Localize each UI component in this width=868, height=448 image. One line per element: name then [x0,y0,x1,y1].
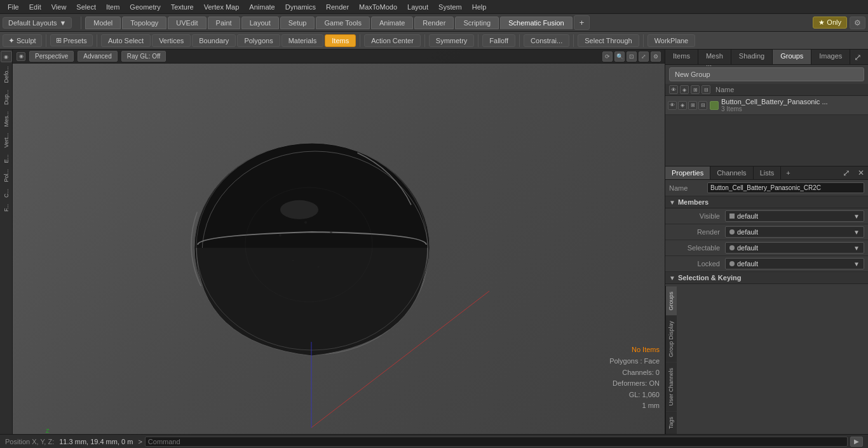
symmetry-button[interactable]: Symmetry [429,34,475,47]
props-plus-button[interactable]: + [781,166,795,179]
vertices-button[interactable]: Vertices [152,34,191,47]
tab-topology[interactable]: Topology [122,17,166,29]
command-input[interactable] [145,437,848,447]
action-center-button[interactable]: Action Center [364,34,421,47]
props-expand-button[interactable]: ⤢ [839,168,854,178]
fx-label[interactable]: F... [3,201,10,214]
menu-file[interactable]: File [3,2,24,12]
settings-button[interactable]: ⚙ [850,17,865,29]
menu-system[interactable]: System [433,2,467,12]
vp-icon-zoom[interactable]: 🔍 [614,51,625,62]
item-eye-icon[interactable]: 👁 [668,101,677,110]
menu-edit[interactable]: Edit [24,2,46,12]
advanced-button[interactable]: Advanced [78,51,117,62]
menu-layout[interactable]: Layout [402,2,433,12]
menu-dynamics[interactable]: Dynamics [280,2,321,12]
menu-select[interactable]: Select [71,2,101,12]
command-run-button[interactable]: ▶ [850,437,863,447]
left-top-btn[interactable]: ◉ [1,51,12,62]
select-through-button[interactable]: Select Through [578,34,639,47]
members-section-header[interactable]: ▼ Members [665,196,868,208]
constraints-button[interactable]: Constrai... [524,34,569,47]
duplicates-label[interactable]: Dup... [3,87,10,107]
tab-setup[interactable]: Setup [280,17,315,29]
menu-geometry[interactable]: Geometry [125,2,165,12]
polys-side-label[interactable]: Pol... [3,166,10,185]
vp-icon-maximize[interactable]: ⤢ [639,51,649,62]
item-render-icon[interactable]: ◈ [678,101,687,110]
vtab-tags[interactable]: Tags [666,411,677,434]
star-only-button[interactable]: ★ Only [813,17,847,29]
vtab-groups[interactable]: Groups [666,286,677,316]
vp-expand-icon[interactable]: ◉ [17,52,25,61]
list-eye-icon[interactable]: 👁 [669,85,678,94]
selectable-select[interactable]: default ▼ [725,242,864,254]
tab-animate[interactable]: Animate [371,17,413,29]
tab-schematic-fusion[interactable]: Schematic Fusion [500,17,572,29]
add-tab-button[interactable]: + [574,15,590,30]
list-lock-icon[interactable]: ⊞ [691,85,700,94]
vp-icon-fit[interactable]: ⊡ [627,51,637,62]
menu-view[interactable]: View [46,2,72,12]
vp-icon-settings[interactable]: ⚙ [651,51,661,62]
tab-uvedit[interactable]: UVEdit [168,17,206,29]
item-lock-icon[interactable]: ⊟ [698,101,707,110]
meshes-label[interactable]: Mes... [3,109,10,130]
rp-tab-shading[interactable]: Shading [731,50,773,64]
presets-button[interactable]: ⊞ Presets [50,34,93,46]
rp-close-button[interactable]: ✕ [865,53,868,62]
tab-render[interactable]: Render [414,17,454,29]
layout-selector[interactable]: Default Layouts ▼ [3,17,72,29]
menu-vertex-map[interactable]: Vertex Map [199,2,245,12]
item-sel-icon[interactable]: ⊞ [688,101,697,110]
group-item[interactable]: 👁 ◈ ⊞ ⊟ Button_Cell_Battery_Panasonic ..… [665,96,868,115]
tab-scripting[interactable]: Scripting [455,17,499,29]
props-tab-properties[interactable]: Properties [665,166,710,179]
viewport[interactable]: ◉ Perspective Advanced Ray GL: Off ⟳ 🔍 ⊡… [13,50,665,434]
curves-label[interactable]: C... [3,186,10,200]
render-select[interactable]: default ▼ [725,226,864,238]
vtab-group-display[interactable]: Group Display [666,315,677,362]
sel-keying-header[interactable]: ▼ Selection & Keying [665,272,868,284]
new-group-button[interactable]: New Group [669,67,864,81]
items-button[interactable]: Items [325,34,356,47]
auto-select-button[interactable]: Auto Select [101,34,151,47]
ray-gl-button[interactable]: Ray GL: Off [121,51,166,62]
list-render-icon[interactable]: ◈ [680,85,689,94]
props-tab-channels[interactable]: Channels [710,166,753,179]
rp-tab-items[interactable]: Items [665,50,698,64]
props-tab-lists[interactable]: Lists [754,166,782,179]
rp-tab-images[interactable]: Images [811,50,850,64]
perspective-button[interactable]: Perspective [29,51,74,62]
props-close-button[interactable]: ✕ [854,168,868,177]
list-more-icon[interactable]: ⊟ [702,85,710,94]
edges-label[interactable]: E... [3,152,10,166]
tab-game-tools[interactable]: Game Tools [316,17,370,29]
rp-expand-button[interactable]: ⤢ [850,52,865,62]
sculpt-button[interactable]: ✦ Sculpt [3,34,42,47]
deformers-label[interactable]: Defo... [3,64,10,86]
menu-item[interactable]: Item [101,2,125,12]
visible-select[interactable]: default ▼ [725,210,864,222]
menu-texture[interactable]: Texture [166,2,199,12]
menu-render[interactable]: Render [321,2,354,12]
rp-tab-groups[interactable]: Groups [773,50,811,64]
boundary-button[interactable]: Boundary [192,34,236,47]
tab-model[interactable]: Model [85,17,121,29]
tab-paint[interactable]: Paint [208,17,240,29]
menu-maxtomodo[interactable]: MaxToModo [354,2,402,12]
tab-layout[interactable]: Layout [241,17,279,29]
falloff-button[interactable]: Falloff [482,34,515,47]
workplane-button[interactable]: WorkPlane [648,34,696,47]
materials-button[interactable]: Materials [281,34,324,47]
polygons-button[interactable]: Polygons [237,34,280,47]
menu-help[interactable]: Help [467,2,492,12]
name-input[interactable] [707,182,864,193]
vertices-side-label[interactable]: Vert... [3,130,10,151]
rp-tab-mesh[interactable]: Mesh ... [698,50,731,64]
members-triangle: ▼ [669,199,675,206]
vtab-user-channels[interactable]: User Channels [666,362,677,411]
locked-select[interactable]: default ▼ [725,258,864,269]
menu-animate[interactable]: Animate [244,2,280,12]
vp-icon-rotate[interactable]: ⟳ [602,51,613,62]
